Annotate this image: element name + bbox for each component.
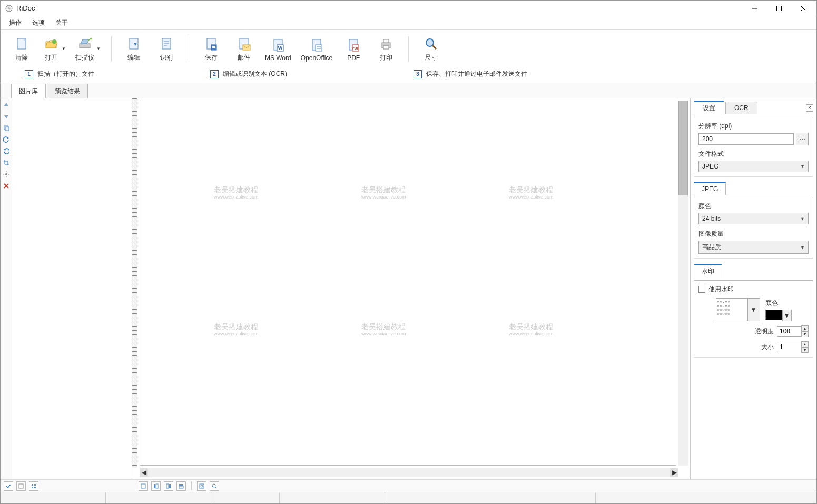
- folder-open-icon: [43, 35, 60, 52]
- svg-marker-35: [4, 103, 8, 106]
- use-watermark-checkbox[interactable]: [698, 286, 705, 293]
- svg-point-41: [5, 173, 7, 175]
- fileformat-label: 文件格式: [698, 150, 809, 159]
- printer-icon: [378, 35, 395, 52]
- svg-point-61: [201, 485, 203, 487]
- scroll-right-icon[interactable]: ▶: [670, 468, 678, 477]
- quality-select[interactable]: 高品质▼: [698, 241, 809, 254]
- svg-rect-59: [179, 486, 183, 488]
- scanner-button[interactable]: 扫描仪 ▼: [71, 33, 105, 64]
- size-up[interactable]: ▲: [801, 341, 809, 347]
- delete-icon[interactable]: [2, 182, 11, 190]
- opacity-down[interactable]: ▼: [801, 331, 809, 337]
- check-all-button[interactable]: [4, 481, 13, 491]
- zoom-actual-button[interactable]: [210, 481, 219, 491]
- svg-rect-38: [5, 127, 9, 131]
- fileformat-select[interactable]: JPEG▼: [698, 161, 809, 172]
- layout-4-button[interactable]: [176, 481, 186, 491]
- layout-1-button[interactable]: [139, 481, 148, 491]
- chevron-down-icon: ▼: [800, 164, 805, 169]
- brightness-icon[interactable]: [2, 170, 11, 179]
- center-panel: 老吴搭建教程www.weixiaolive.com 老吴搭建教程www.weix…: [132, 98, 690, 479]
- menu-about[interactable]: 关于: [50, 17, 73, 29]
- opacity-label: 透明度: [755, 327, 774, 336]
- tab-preview[interactable]: 预览结果: [47, 84, 88, 98]
- svg-rect-49: [32, 484, 33, 486]
- minimize-button[interactable]: [743, 1, 767, 16]
- side-toolbar: [1, 98, 12, 479]
- crop-icon[interactable]: [2, 159, 11, 167]
- svg-marker-40: [4, 149, 6, 151]
- openoffice-icon: [308, 36, 325, 53]
- watermark-pattern: vvvvvvvvvvvvvvvvvvvv: [716, 298, 747, 321]
- bottom-toolbar: [1, 479, 816, 492]
- size-down[interactable]: ▼: [801, 347, 809, 353]
- tab-ocr[interactable]: OCR: [725, 102, 757, 114]
- copy-icon[interactable]: [2, 124, 11, 132]
- document-icon: [13, 35, 30, 52]
- recognize-button[interactable]: 识别: [151, 33, 182, 64]
- svg-rect-54: [154, 484, 155, 488]
- dropdown-arrow-icon: ▼: [96, 46, 101, 51]
- scroll-left-icon[interactable]: ◀: [140, 468, 148, 477]
- statusbar: [1, 492, 816, 503]
- svg-rect-17: [212, 46, 215, 48]
- tab-settings[interactable]: 设置: [694, 101, 724, 115]
- rotate-left-icon[interactable]: [2, 135, 11, 144]
- svg-rect-2: [777, 6, 782, 11]
- edit-button[interactable]: 编辑: [118, 33, 150, 64]
- word-icon: W: [270, 36, 287, 53]
- step-1-badge: 1: [25, 70, 33, 78]
- opacity-up[interactable]: ▲: [801, 325, 809, 331]
- pdf-icon: PDF: [345, 36, 362, 53]
- scrollbar-horizontal[interactable]: ◀ ▶: [140, 468, 678, 477]
- resolution-input[interactable]: [698, 133, 794, 145]
- color-select[interactable]: 24 bits▼: [698, 213, 809, 224]
- save-icon: [203, 35, 220, 52]
- msword-button[interactable]: W MS Word: [261, 34, 296, 64]
- svg-rect-53: [141, 484, 145, 488]
- pdf-button[interactable]: PDF PDF: [338, 34, 369, 64]
- print-button[interactable]: 打印: [370, 33, 402, 64]
- zoom-fit-button[interactable]: [197, 481, 206, 491]
- open-button[interactable]: 打开 ▼: [38, 33, 70, 64]
- svg-rect-56: [166, 484, 169, 488]
- mail-button[interactable]: 邮件: [228, 33, 260, 64]
- watermark-tab[interactable]: 水印: [694, 264, 722, 278]
- close-button[interactable]: [791, 1, 815, 16]
- svg-marker-36: [4, 115, 8, 118]
- layout-3-button[interactable]: [164, 481, 173, 491]
- uncheck-all-button[interactable]: [16, 481, 26, 491]
- save-button[interactable]: 保存: [195, 33, 227, 64]
- svg-rect-57: [169, 484, 171, 488]
- pattern-select[interactable]: ▼: [747, 298, 760, 321]
- svg-rect-58: [179, 484, 183, 486]
- info-bar: 1 扫描（打开的）文件 2 编辑或识别文本 (OCR) 3 保存、打印并通过电子…: [1, 66, 816, 83]
- opacity-input[interactable]: [777, 326, 801, 337]
- tab-gallery[interactable]: 图片库: [11, 84, 46, 98]
- jpeg-tab[interactable]: JPEG: [694, 182, 726, 195]
- close-panel-icon[interactable]: ×: [806, 104, 813, 112]
- layout-2-button[interactable]: [151, 481, 161, 491]
- size-button[interactable]: 尺寸: [415, 33, 447, 64]
- grid-view-button[interactable]: [29, 481, 38, 491]
- toolbar: 清除 打开 ▼ 扫描仪 ▼ 编辑 识别 保存 邮件 W MS W: [1, 30, 816, 66]
- size-input[interactable]: [777, 342, 801, 352]
- left-panel: [1, 98, 132, 479]
- resolution-more-button[interactable]: ⋯: [796, 133, 809, 145]
- arrow-down-icon[interactable]: [2, 112, 11, 121]
- clear-button[interactable]: 清除: [6, 33, 37, 64]
- wm-color-swatch: [765, 310, 782, 320]
- scrollbar-vertical[interactable]: [678, 101, 688, 466]
- edit-icon: [125, 35, 142, 52]
- step-2-text: 编辑或识别文本 (OCR): [223, 70, 287, 78]
- menu-options[interactable]: 选项: [27, 17, 50, 29]
- dropdown-arrow-icon: ▼: [62, 46, 66, 51]
- wm-color-select[interactable]: ▼: [782, 310, 792, 321]
- canvas[interactable]: 老吴搭建教程www.weixiaolive.com 老吴搭建教程www.weix…: [140, 101, 676, 466]
- maximize-button[interactable]: [767, 1, 791, 16]
- rotate-right-icon[interactable]: [2, 147, 11, 155]
- arrow-up-icon[interactable]: [2, 101, 11, 109]
- openoffice-button[interactable]: OpenOffice: [297, 34, 337, 64]
- menu-actions[interactable]: 操作: [4, 17, 27, 29]
